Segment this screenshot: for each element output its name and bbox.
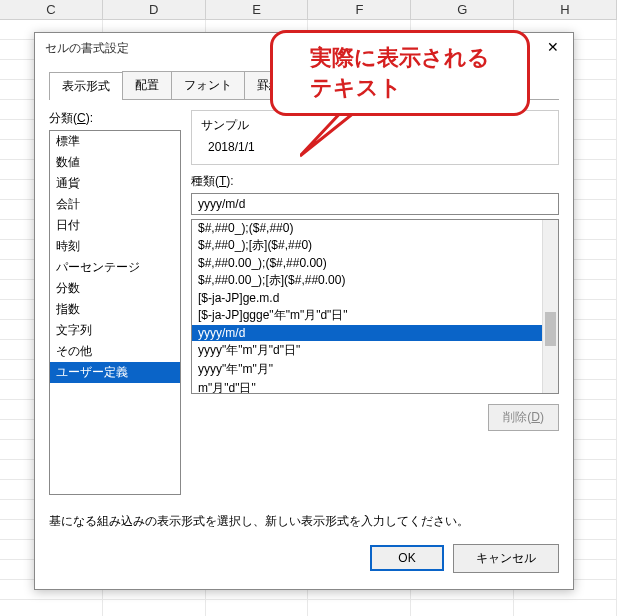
- type-item[interactable]: m"月"d"日": [192, 379, 542, 393]
- category-item[interactable]: ユーザー定義: [50, 362, 180, 383]
- cancel-button[interactable]: キャンセル: [453, 544, 559, 573]
- type-item[interactable]: yyyy"年"m"月"d"日": [192, 341, 542, 360]
- category-item[interactable]: 数値: [50, 152, 180, 173]
- callout-text: 実際に表示される テキスト: [310, 43, 490, 102]
- category-panel: 分類(C): 標準数値通貨会計日付時刻パーセンテージ分数指数文字列その他ユーザー…: [49, 110, 181, 495]
- close-button[interactable]: ✕: [533, 33, 573, 61]
- category-item[interactable]: 標準: [50, 131, 180, 152]
- ok-button[interactable]: OK: [370, 545, 443, 571]
- help-text: 基になる組み込みの表示形式を選択し、新しい表示形式を入力してください。: [49, 513, 559, 530]
- sample-label: サンプル: [200, 117, 550, 134]
- delete-row: 削除(D): [191, 404, 559, 431]
- type-label: 種類(T):: [191, 173, 559, 190]
- right-panel: サンプル 2018/1/1 種類(T): $#,##0_);($#,##0)$#…: [191, 110, 559, 495]
- category-item[interactable]: 会計: [50, 194, 180, 215]
- column-headers: CDEFGH: [0, 0, 617, 20]
- column-header[interactable]: D: [103, 0, 206, 19]
- category-item[interactable]: 日付: [50, 215, 180, 236]
- scrollbar[interactable]: [542, 220, 558, 393]
- type-item[interactable]: $#,##0.00_);[赤]($#,##0.00): [192, 271, 542, 290]
- dialog-body: 分類(C): 標準数値通貨会計日付時刻パーセンテージ分数指数文字列その他ユーザー…: [35, 100, 573, 495]
- scroll-thumb[interactable]: [545, 312, 556, 346]
- type-item[interactable]: yyyy/m/d: [192, 325, 542, 341]
- category-list[interactable]: 標準数値通貨会計日付時刻パーセンテージ分数指数文字列その他ユーザー定義: [49, 130, 181, 495]
- category-item[interactable]: その他: [50, 341, 180, 362]
- type-item[interactable]: [$-ja-JP]ggge"年"m"月"d"日": [192, 306, 542, 325]
- dialog-footer: OK キャンセル: [35, 530, 573, 589]
- type-item[interactable]: $#,##0_);($#,##0): [192, 220, 542, 236]
- delete-button: 削除(D): [488, 404, 559, 431]
- sample-box: サンプル 2018/1/1: [191, 110, 559, 165]
- category-item[interactable]: 指数: [50, 299, 180, 320]
- sample-value: 2018/1/1: [200, 140, 550, 154]
- column-header[interactable]: H: [514, 0, 617, 19]
- tab-表示形式[interactable]: 表示形式: [49, 72, 123, 100]
- type-item[interactable]: [$-ja-JP]ge.m.d: [192, 290, 542, 306]
- column-header[interactable]: F: [308, 0, 411, 19]
- tab-配置[interactable]: 配置: [122, 71, 172, 99]
- category-item[interactable]: 分数: [50, 278, 180, 299]
- column-header[interactable]: E: [206, 0, 309, 19]
- category-item[interactable]: 時刻: [50, 236, 180, 257]
- type-item[interactable]: yyyy"年"m"月": [192, 360, 542, 379]
- dialog-title: セルの書式設定: [45, 40, 129, 57]
- type-item[interactable]: $#,##0_);[赤]($#,##0): [192, 236, 542, 255]
- column-header[interactable]: C: [0, 0, 103, 19]
- category-label: 分類(C):: [49, 110, 181, 127]
- category-item[interactable]: パーセンテージ: [50, 257, 180, 278]
- type-list-wrap: $#,##0_);($#,##0)$#,##0_);[赤]($#,##0)$#,…: [191, 219, 559, 394]
- type-item[interactable]: $#,##0.00_);($#,##0.00): [192, 255, 542, 271]
- tab-フォント[interactable]: フォント: [171, 71, 245, 99]
- type-list[interactable]: $#,##0_);($#,##0)$#,##0_);[赤]($#,##0)$#,…: [192, 220, 542, 393]
- column-header[interactable]: G: [411, 0, 514, 19]
- category-item[interactable]: 文字列: [50, 320, 180, 341]
- category-item[interactable]: 通貨: [50, 173, 180, 194]
- type-input[interactable]: [191, 193, 559, 215]
- annotation-callout: 実際に表示される テキスト: [270, 30, 530, 116]
